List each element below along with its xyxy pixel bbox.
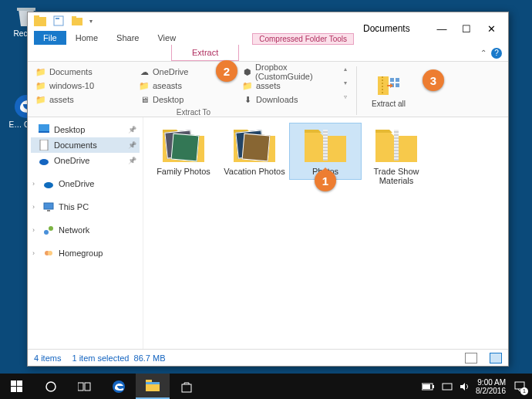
status-item-count: 4 items [34,353,61,363]
explorer-icon [34,15,46,27]
extract-dest-windows10[interactable]: 📁windows-10 [34,79,134,93]
item-trade-show-zip[interactable]: Trade Show Materials [361,123,432,188]
svg-rect-28 [78,383,83,391]
pc-icon [43,201,54,212]
svg-rect-25 [11,387,16,392]
chevron-right-icon: › [32,203,39,211]
download-icon: ⬇ [242,94,253,105]
extract-all-button[interactable]: Extract all [369,65,408,117]
photo-preview-icon [171,134,200,162]
taskbar-edge[interactable] [102,374,136,399]
svg-rect-24 [17,380,22,386]
callout-2: 2 [216,60,237,82]
svg-point-22 [48,251,52,255]
svg-rect-5 [72,18,82,25]
svg-rect-12 [39,124,49,131]
nav-desktop[interactable]: Desktop [31,122,140,137]
svg-rect-18 [47,210,50,211]
taskbar-clock[interactable]: 9:00 AM 8/2/2016 [476,378,506,395]
nav-documents[interactable]: Documents [31,137,140,153]
extract-dest-assets2[interactable]: 📁assets [241,79,341,93]
document-icon [39,140,49,150]
onedrive-icon: ☁ [139,66,150,77]
ribbon-expand-icon[interactable]: ⌃ [480,49,487,57]
onedrive-icon [43,178,54,189]
svg-rect-17 [44,203,53,209]
folder-icon: 📁 [35,66,46,77]
dest-scroll-down[interactable]: ▾ [344,79,353,93]
svg-rect-38 [443,384,452,390]
start-button[interactable] [0,374,34,399]
svg-rect-4 [56,18,59,19]
svg-rect-26 [17,387,22,392]
item-label: Trade Show Materials [364,167,429,185]
folder-icon: 📁 [242,80,253,91]
help-icon[interactable]: ? [491,48,502,59]
svg-rect-34 [182,384,191,392]
svg-rect-9 [396,78,399,82]
desktop-icon [39,124,49,135]
titlebar: ▾ File Home Share View Compressed Folder… [28,12,508,45]
svg-rect-37 [423,384,430,389]
svg-rect-33 [146,382,160,384]
svg-rect-3 [54,16,63,25]
properties-icon[interactable] [52,15,65,27]
extract-dest-dropbox[interactable]: ⬢Dropbox (CustomGuide) [241,65,341,79]
view-details-button[interactable] [465,353,477,363]
nav-network[interactable]: ›Network [31,222,140,238]
extract-all-icon [376,73,401,98]
maximize-button[interactable]: ☐ [454,20,479,37]
nav-onedrive-quick[interactable]: OneDrive [31,153,140,168]
cortana-button[interactable] [34,374,68,399]
content-pane[interactable]: Family Photos Vacation Photos Photos [143,117,508,349]
folder-thumb [161,127,206,164]
homegroup-icon [43,248,54,259]
item-vacation-photos[interactable]: Vacation Photos [219,123,290,179]
extract-dest-downloads[interactable]: ⬇Downloads [241,93,341,107]
folder-icon: 📁 [35,80,46,91]
svg-rect-36 [433,385,434,388]
action-center-button[interactable]: 1 [512,379,527,394]
dest-more-icon[interactable]: ▿ [344,93,353,107]
window-title: Documents [363,23,410,34]
minimize-button[interactable]: — [429,20,454,37]
view-large-icons-button[interactable] [490,353,502,363]
tab-home[interactable]: Home [66,31,107,45]
nav-onedrive[interactable]: ›OneDrive [31,176,140,191]
task-view-button[interactable] [68,374,102,399]
item-label: Vacation Photos [222,167,287,176]
extract-dest-desktop[interactable]: 🖥Desktop [137,93,237,107]
svg-point-16 [44,182,53,188]
close-button[interactable]: ✕ [479,20,503,37]
navigation-pane: Desktop Documents OneDrive ›OneDrive ›Th… [28,117,143,349]
svg-point-15 [39,159,49,165]
nav-homegroup[interactable]: ›Homegroup [31,245,140,261]
tab-view[interactable]: View [148,31,185,45]
qat-dropdown-icon[interactable]: ▾ [89,18,93,25]
extract-dest-assets[interactable]: 📁assets [34,93,134,107]
svg-rect-2 [34,15,39,18]
extract-dest-documents[interactable]: 📁Documents [34,65,134,79]
statusbar: 4 items 1 item selected 86.7 MB [28,349,508,366]
tab-file[interactable]: File [34,31,66,45]
network-tray-icon[interactable] [442,381,453,392]
new-folder-icon[interactable] [71,15,83,27]
taskbar-explorer[interactable] [136,374,170,399]
onedrive-icon [39,155,49,166]
svg-rect-8 [390,78,394,82]
taskbar-store[interactable] [170,374,204,399]
item-family-photos[interactable]: Family Photos [148,123,219,179]
item-label: Family Photos [151,167,216,176]
folder-thumb [232,127,277,164]
status-size: 86.7 MB [134,353,166,363]
network-icon [43,225,54,235]
tab-extract[interactable]: Extract [171,45,239,61]
nav-this-pc[interactable]: ›This PC [31,199,140,215]
file-explorer-window: ▾ File Home Share View Compressed Folder… [27,12,509,367]
zip-folder-thumb [374,127,419,164]
zipper-icon [323,130,328,161]
volume-icon[interactable] [459,381,470,392]
tab-share[interactable]: Share [107,31,148,45]
dest-scroll-up[interactable]: ▴ [344,65,353,79]
battery-icon[interactable] [422,382,436,391]
